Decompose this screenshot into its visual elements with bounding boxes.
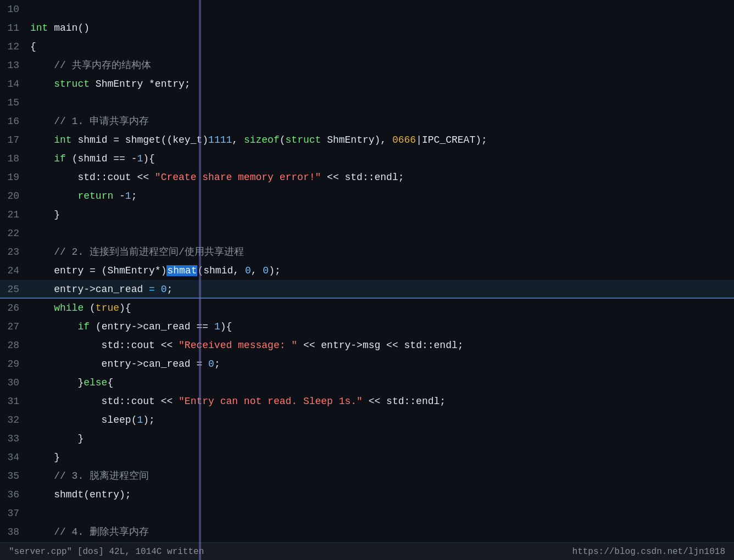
code-line-31: 31 std::cout << "Entry can not read. Sle… [0,392,734,411]
line-content-30: }else{ [30,373,734,392]
line-content-26: while (true){ [30,299,734,317]
code-line-14: 14 struct ShmEntry *entry; [0,75,734,93]
line-content-16: // 1. 申请共享内存 [30,112,734,131]
line-number-10: 10 [0,0,30,19]
line-number-22: 22 [0,224,30,243]
code-line-16: 16 // 1. 申请共享内存 [0,112,734,131]
code-line-15: 15 [0,93,734,112]
line-number-33: 33 [0,429,30,448]
line-content-28: std::cout << "Received message: " << ent… [30,336,734,355]
line-content-31: std::cout << "Entry can not read. Sleep … [30,392,734,411]
code-line-24: 24 entry = (ShmEntry*)shmat(shmid, 0, 0)… [0,261,734,280]
line-content-24: entry = (ShmEntry*)shmat(shmid, 0, 0); [30,261,734,280]
line-content-38: // 4. 删除共享内存 [30,523,734,541]
line-content-25: entry->can_read = 0; [30,280,734,299]
code-line-25: 25 entry->can_read = 0; [0,280,734,299]
code-line-23: 23 // 2. 连接到当前进程空间/使用共享进程 [0,243,734,261]
line-number-26: 26 [0,299,30,317]
line-content-35: // 3. 脱离进程空间 [30,467,734,485]
line-number-18: 18 [0,149,30,168]
line-number-25: 25 [0,280,30,299]
code-line-13: 13 // 共享内存的结构体 [0,56,734,75]
status-bar-right: https://blog.csdn.net/ljn1018 [572,547,725,557]
code-line-26: 26 while (true){ [0,299,734,317]
line-content-34: } [30,448,734,467]
line-number-37: 37 [0,504,30,523]
line-number-34: 34 [0,448,30,467]
code-line-28: 28 std::cout << "Received message: " << … [0,336,734,355]
code-line-18: 18 if (shmid == -1){ [0,149,734,168]
code-line-20: 20 return -1; [0,187,734,205]
code-line-33: 33 } [0,429,734,448]
code-line-11: 11 int main() [0,19,734,37]
line-number-19: 19 [0,168,30,187]
line-number-17: 17 [0,131,30,149]
line-content-33: } [30,429,734,448]
code-line-30: 30 }else{ [0,373,734,392]
line-number-16: 16 [0,112,30,131]
line-number-15: 15 [0,93,30,112]
line-number-13: 13 [0,56,30,75]
line-content-21: } [30,205,734,224]
code-line-22: 22 [0,224,734,243]
line-content-27: if (entry->can_read == 1){ [30,317,734,336]
line-number-14: 14 [0,75,30,93]
line-number-21: 21 [0,205,30,224]
line-number-11: 11 [0,19,30,37]
line-content-17: int shmid = shmget((key_t)1111, sizeof(s… [30,131,734,149]
line-number-23: 23 [0,243,30,261]
code-line-34: 34 } [0,448,734,467]
line-content-32: sleep(1); [30,411,734,429]
line-number-24: 24 [0,261,30,280]
code-line-12: 12 { [0,37,734,56]
code-line-21: 21 } [0,205,734,224]
line-content-14: struct ShmEntry *entry; [30,75,734,93]
status-bar: "server.cpp" [dos] 42L, 1014C written ht… [0,542,734,560]
line-content-29: entry->can_read = 0; [30,355,734,373]
code-line-27: 27 if (entry->can_read == 1){ [0,317,734,336]
line-number-12: 12 [0,37,30,56]
code-line-36: 36 shmdt(entry); [0,485,734,504]
code-line-38: 38 // 4. 删除共享内存 [0,523,734,541]
line-number-36: 36 [0,485,30,504]
status-bar-left: "server.cpp" [dos] 42L, 1014C written [9,547,204,557]
code-line-29: 29 entry->can_read = 0; [0,355,734,373]
line-number-30: 30 [0,373,30,392]
line-content-23: // 2. 连接到当前进程空间/使用共享进程 [30,243,734,261]
line-content-12: { [30,37,734,56]
line-number-27: 27 [0,317,30,336]
line-content-13: // 共享内存的结构体 [30,56,734,75]
code-line-37: 37 [0,504,734,523]
code-line-35: 35 // 3. 脱离进程空间 [0,467,734,485]
code-line-19: 19 std::cout << "Create share memory err… [0,168,734,187]
line-number-38: 38 [0,523,30,541]
line-content-20: return -1; [30,187,734,205]
line-content-36: shmdt(entry); [30,485,734,504]
line-number-35: 35 [0,467,30,485]
line-content-11: int main() [30,19,734,37]
line-content-18: if (shmid == -1){ [30,149,734,168]
line-content-19: std::cout << "Create share memory error!… [30,168,734,187]
scroll-indicator [199,0,201,560]
line-number-32: 32 [0,411,30,429]
code-editor: 10 11 int main() 12 { 13 // 共享内存的结构体 14 … [0,0,734,560]
code-line-32: 32 sleep(1); [0,411,734,429]
code-line-17: 17 int shmid = shmget((key_t)1111, sizeo… [0,131,734,149]
line-number-29: 29 [0,355,30,373]
code-line-10: 10 [0,0,734,19]
line-number-20: 20 [0,187,30,205]
line-number-28: 28 [0,336,30,355]
line-number-31: 31 [0,392,30,411]
